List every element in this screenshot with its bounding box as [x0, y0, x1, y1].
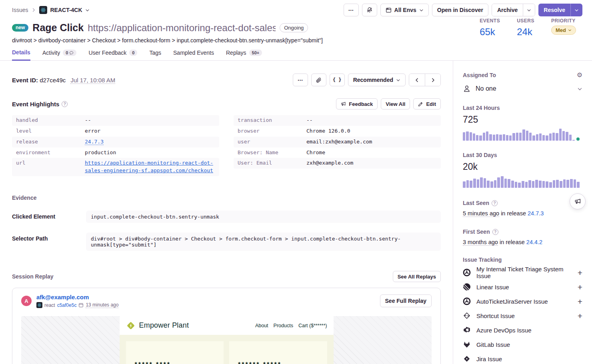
last-30d-count: 20k	[463, 161, 582, 172]
events-stat-label: EVENTS	[480, 18, 500, 24]
archive-button[interactable]: Archive	[492, 4, 523, 16]
edit-button[interactable]: Edit	[413, 98, 441, 109]
add-issue-button[interactable]: +	[578, 297, 582, 306]
priority-stat: PRIORITY Med	[551, 18, 576, 38]
tab-replays[interactable]: Replays50+	[226, 49, 262, 60]
calendar-icon	[78, 302, 84, 308]
azure-devops-icon	[463, 326, 471, 334]
site-nav-about: About	[255, 323, 268, 328]
previous-event-button[interactable]	[409, 74, 425, 86]
last-seen-title: Last Seen?	[463, 200, 582, 206]
open-in-discover-button[interactable]: Open in Discover	[432, 4, 488, 16]
add-issue-button[interactable]: +	[578, 283, 582, 291]
resolve-dropdown-button[interactable]	[570, 4, 582, 16]
substatus-badge: Ongoing	[280, 23, 308, 32]
tab-details[interactable]: Details	[12, 49, 30, 61]
url-link[interactable]: https://application-monitoring-react-dot…	[85, 160, 213, 173]
user-icon	[463, 85, 471, 93]
bell-slash-icon	[366, 7, 373, 13]
list-item: My Internal Ticket Triage System Issue +	[463, 265, 582, 280]
table-row: levelerror	[12, 126, 219, 137]
product-card: ****** ***** **** ****** ***** *** *****…	[229, 341, 327, 364]
replay-card: A afk@example.com react c5af0e5c 13 minu…	[12, 288, 441, 364]
avatar: A	[21, 296, 32, 306]
last-seen-release-link[interactable]: 24.7.3	[528, 210, 544, 217]
event-more-button[interactable]: ⋯	[293, 74, 308, 86]
tab-tags[interactable]: Tags	[149, 49, 161, 60]
react-project-icon	[39, 6, 47, 14]
site-nav-products: Products	[274, 323, 293, 328]
highlights-table-right: transaction-- browserChrome 126.0.0 user…	[234, 115, 441, 176]
priority-stat-label: PRIORITY	[551, 18, 576, 24]
event-timestamp[interactable]: Jul 17, 10:08 AM	[70, 77, 115, 84]
session-replay-title: Session Replay	[12, 273, 54, 280]
issue-sidebar: Assigned To ⚙ No one Last 24 Hours 725 L…	[453, 61, 592, 364]
event-id: Event ID: d27ce49c Jul 17, 10:08 AM	[12, 77, 115, 84]
next-event-button[interactable]	[425, 74, 440, 86]
events-stat-value[interactable]: 65k	[480, 26, 500, 38]
site-nav-cart: Cart ($******)	[298, 323, 327, 328]
last-30d-title: Last 30 Days	[463, 152, 582, 158]
tab-user-feedback[interactable]: User Feedback0	[88, 49, 137, 60]
assignee-value: No one	[476, 85, 496, 92]
resolve-button[interactable]: Resolve	[538, 4, 570, 16]
recommended-event-dropdown[interactable]: Recommended	[348, 74, 406, 86]
mute-alerts-button[interactable]	[362, 4, 377, 16]
add-issue-button[interactable]: +	[578, 269, 582, 277]
topbar: Issues REACT-4CK ⋯ All Envs Open in Disc…	[0, 0, 592, 18]
product-card: ***** **** *** **** **** *** ******* Add…	[126, 341, 224, 364]
priority-dropdown[interactable]: Med	[551, 26, 576, 35]
megaphone-icon	[574, 198, 581, 205]
table-row: release24.7.3	[12, 137, 219, 147]
environment-filter-button[interactable]: All Envs	[380, 4, 429, 16]
json-button[interactable]: { }	[330, 74, 345, 86]
users-stat: USERS 24k	[517, 18, 534, 38]
replay-user-link[interactable]: afk@example.com	[36, 294, 89, 300]
assignee-dropdown[interactable]: No one	[463, 85, 582, 93]
pencil-icon	[418, 101, 423, 107]
replay-preview[interactable]: Empower Plant About Products Cart ($****…	[21, 316, 432, 364]
attachments-button[interactable]	[311, 74, 326, 86]
session-replay-section: Session Replay See All Replays A afk@exa…	[12, 271, 441, 364]
more-actions-button[interactable]: ⋯	[344, 4, 359, 16]
floating-feedback-button[interactable]	[570, 193, 586, 209]
list-item: Linear Issue +	[463, 280, 582, 294]
view-all-button[interactable]: View All	[381, 98, 410, 109]
gear-icon[interactable]: ⚙	[577, 72, 582, 78]
project-selector[interactable]: REACT-4CK	[39, 6, 89, 14]
assigned-to-title: Assigned To	[463, 72, 496, 78]
list-item: AutoTicketJiraServer Issue +	[463, 294, 582, 308]
resolve-split-button: Resolve	[538, 4, 582, 16]
see-full-replay-button[interactable]: See Full Replay	[380, 294, 432, 307]
add-issue-button[interactable]: +	[578, 312, 582, 320]
highlights-table-left: handled-- levelerror release24.7.3 envir…	[12, 115, 219, 176]
megaphone-icon	[341, 101, 346, 107]
users-stat-label: USERS	[517, 18, 534, 24]
table-row: environmentproduction	[12, 147, 219, 158]
issue-title: Rage Click	[32, 22, 84, 34]
replay-project-name: react	[44, 302, 55, 308]
table-row: transaction--	[234, 115, 441, 126]
help-icon[interactable]: ?	[62, 101, 68, 107]
replay-id-link[interactable]: c5af0e5c	[57, 302, 77, 308]
help-icon[interactable]: ?	[492, 200, 498, 206]
tab-activity[interactable]: Activity 0	[42, 49, 76, 60]
replay-time-ago[interactable]: 13 minutes ago	[86, 302, 118, 308]
first-seen-release-link[interactable]: 24.4.2	[526, 239, 542, 245]
last-24h-chart	[463, 129, 580, 141]
issue-tracking-list: My Internal Ticket Triage System Issue +…	[463, 265, 582, 364]
tab-sampled-events[interactable]: Sampled Events	[173, 49, 214, 60]
breadcrumb-issues-link[interactable]: Issues	[12, 7, 28, 13]
paperclip-icon	[316, 77, 322, 83]
release-link[interactable]: 24.7.3	[85, 139, 104, 145]
evidence-title: Evidence	[12, 195, 441, 201]
feedback-button[interactable]: Feedback	[336, 98, 378, 109]
last-24h-count: 725	[463, 114, 582, 125]
see-all-replays-button[interactable]: See All Replays	[393, 271, 441, 282]
project-name: REACT-4CK	[50, 7, 82, 13]
help-icon[interactable]: ?	[492, 229, 498, 235]
archive-dropdown-button[interactable]	[523, 4, 535, 16]
users-stat-value[interactable]: 24k	[517, 26, 534, 38]
table-row: useremail:zxh@example.com	[234, 137, 441, 147]
replayed-site: Empower Plant About Products Cart ($****…	[120, 316, 334, 364]
